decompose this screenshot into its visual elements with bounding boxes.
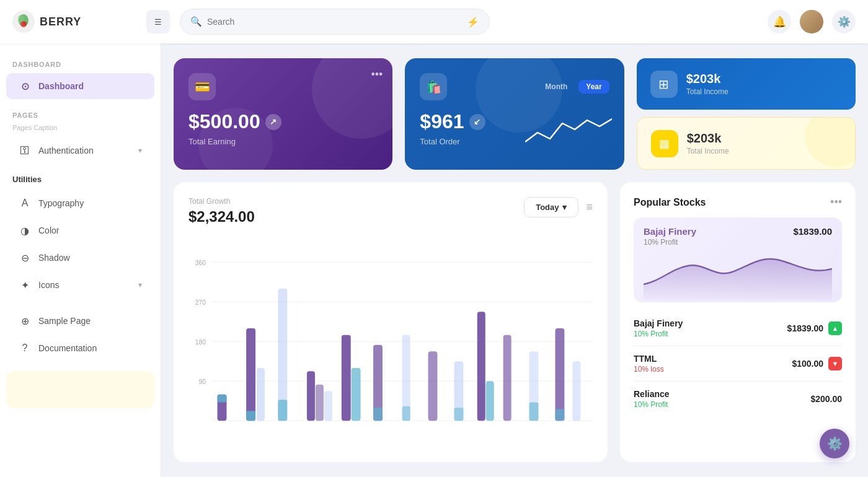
avatar[interactable] bbox=[800, 10, 823, 33]
svg-rect-34 bbox=[486, 381, 494, 421]
sidebar-item-authentication-label: Authentication bbox=[38, 146, 94, 155]
sidebar-item-documentation-label: Documentation bbox=[38, 343, 97, 353]
sidebar-pages-section: Pages bbox=[0, 104, 161, 123]
earning-card-menu[interactable]: ••• bbox=[371, 68, 383, 81]
income-blue-info: $203k Total Income bbox=[686, 72, 728, 96]
documentation-icon: ? bbox=[19, 342, 31, 354]
stock-reliance-profit: 10% Profit bbox=[634, 400, 670, 409]
icons-icon: ✦ bbox=[19, 279, 31, 291]
authentication-icon: ⚿ bbox=[19, 144, 31, 157]
svg-text:90: 90 bbox=[199, 377, 206, 385]
order-trend-icon: ↙ bbox=[469, 114, 485, 130]
settings-icon: ⚙️ bbox=[838, 15, 851, 28]
sidebar-item-shadow-label: Shadow bbox=[38, 253, 70, 263]
svg-rect-20 bbox=[278, 400, 287, 421]
stock-reliance-name: Reliance bbox=[634, 389, 670, 399]
sidebar-item-authentication[interactable]: ⚿ Authentication ▾ bbox=[6, 138, 154, 164]
stock-ttml-price: $100.00 bbox=[792, 359, 823, 369]
stock-ttml-right: $100.00 ▼ bbox=[792, 357, 842, 370]
svg-text:180: 180 bbox=[195, 338, 206, 346]
card-total-earning: 💳 ••• $500.00 ↗ Total Earning bbox=[174, 58, 392, 170]
sidebar-item-documentation[interactable]: ? Documentation bbox=[6, 335, 154, 361]
typography-icon: A bbox=[19, 197, 31, 209]
stock-row-bajaj: Bajaj Finery 10% Profit $1839.00 ▲ bbox=[634, 311, 842, 346]
chevron-down-icon: ▾ bbox=[562, 203, 567, 212]
settings-button[interactable]: ⚙️ bbox=[832, 10, 856, 33]
sidebar-item-dashboard[interactable]: ⊙ Dashboard bbox=[6, 73, 154, 99]
bell-icon: 🔔 bbox=[773, 15, 786, 28]
avatar-image bbox=[800, 10, 823, 33]
stock-reliance-info: Reliance 10% Profit bbox=[634, 389, 670, 409]
main-content: 💳 ••• $500.00 ↗ Total Earning 🛍️ Month bbox=[161, 43, 868, 477]
chart-menu-icon[interactable]: ≡ bbox=[586, 201, 593, 214]
svg-rect-24 bbox=[342, 335, 351, 421]
svg-rect-21 bbox=[307, 371, 315, 421]
month-toggle-button[interactable]: Month bbox=[538, 80, 575, 94]
stock-featured-top: Bajaj Finery $1839.00 bbox=[644, 226, 832, 237]
income-yellow-info: $203k Total Income bbox=[687, 131, 729, 155]
stock-bajaj-info: Bajaj Finery 10% Profit bbox=[634, 318, 683, 338]
bar-chart-container: 360 270 180 90 bbox=[188, 238, 593, 447]
stock-ttml-profit: 10% loss bbox=[634, 365, 664, 374]
menu-icon: ☰ bbox=[154, 17, 162, 27]
fab-button[interactable]: ⚙️ bbox=[820, 429, 849, 458]
sample-page-icon: ⊕ bbox=[19, 315, 31, 327]
sidebar-item-icons-label: Icons bbox=[38, 280, 59, 290]
stocks-title: Popular Stocks bbox=[634, 197, 706, 208]
sidebar-utilities-section: Utilities bbox=[0, 165, 161, 189]
svg-rect-17 bbox=[246, 411, 255, 421]
today-btn-label: Today bbox=[536, 203, 559, 212]
stock-bajaj-right: $1839.00 ▲ bbox=[787, 322, 842, 335]
sidebar-pages-caption: Pages Caption bbox=[0, 123, 161, 136]
dashboard-icon: ⊙ bbox=[19, 80, 31, 92]
stock-bajaj-name: Bajaj Finery bbox=[634, 318, 683, 328]
bajaj-trend-up-icon: ▲ bbox=[828, 322, 842, 335]
svg-rect-39 bbox=[555, 409, 564, 421]
chevron-down-icon: ▾ bbox=[138, 146, 142, 155]
menu-button[interactable]: ☰ bbox=[146, 10, 170, 33]
sidebar-item-color[interactable]: ◑ Color bbox=[6, 217, 154, 243]
search-bar: 🔍 ⚡ bbox=[180, 9, 490, 35]
sidebar-promo-card bbox=[6, 371, 154, 408]
stock-featured-price: $1839.00 bbox=[793, 226, 832, 237]
income-blue-label: Total Income bbox=[686, 87, 728, 96]
svg-rect-30 bbox=[428, 351, 438, 421]
stocks-menu-icon[interactable]: ••• bbox=[830, 196, 842, 209]
sidebar-item-icons[interactable]: ✦ Icons ▾ bbox=[6, 272, 154, 298]
stock-ttml-info: TTML 10% loss bbox=[634, 354, 664, 374]
card-income-blue: ⊞ $203k Total Income bbox=[637, 58, 856, 110]
earning-amount-value: $500.00 bbox=[188, 110, 260, 133]
notifications-button[interactable]: 🔔 bbox=[768, 10, 791, 33]
order-card-icon: 🛍️ bbox=[420, 73, 447, 100]
svg-rect-22 bbox=[316, 385, 324, 421]
order-amount-value: $961 bbox=[420, 110, 464, 133]
search-input[interactable] bbox=[207, 17, 462, 27]
sidebar-item-shadow[interactable]: ⊖ Shadow bbox=[6, 245, 154, 271]
sidebar: Dashboard ⊙ Dashboard Pages Pages Captio… bbox=[0, 43, 161, 477]
today-button[interactable]: Today ▾ bbox=[524, 197, 578, 217]
sidebar-item-color-label: Color bbox=[38, 225, 59, 235]
svg-rect-16 bbox=[246, 328, 255, 421]
sidebar-bottom-links: ⊕ Sample Page ? Documentation bbox=[0, 308, 161, 361]
fab-settings-icon: ⚙️ bbox=[827, 436, 843, 451]
sidebar-item-sample-page-label: Sample Page bbox=[38, 316, 91, 326]
chart-amount: $2,324.00 bbox=[188, 208, 255, 225]
wave-chart bbox=[525, 114, 612, 151]
stock-ttml-name: TTML bbox=[634, 354, 664, 364]
sidebar-item-sample-page[interactable]: ⊕ Sample Page bbox=[6, 308, 154, 334]
cards-right-col: ⊞ $203k Total Income ▦ $203k Total Incom… bbox=[637, 58, 856, 170]
month-year-toggle: Month Year bbox=[538, 80, 609, 94]
header-right: 🔔 ⚙️ bbox=[768, 10, 856, 33]
year-toggle-button[interactable]: Year bbox=[578, 80, 609, 94]
stock-reliance-right: $200.00 bbox=[810, 394, 842, 404]
icons-chevron-icon: ▾ bbox=[138, 281, 142, 289]
logo-icon bbox=[12, 11, 35, 33]
svg-rect-38 bbox=[555, 328, 564, 421]
bottom-row: Total Growth $2,324.00 Today ▾ ≡ bbox=[174, 182, 856, 462]
barcode-icon: ▦ bbox=[659, 137, 670, 151]
stocks-panel: Popular Stocks ••• Bajaj Finery $1839.00… bbox=[620, 182, 856, 462]
sidebar-item-typography[interactable]: A Typography bbox=[6, 190, 154, 216]
stock-reliance-price: $200.00 bbox=[810, 394, 842, 404]
filter-icon[interactable]: ⚡ bbox=[467, 16, 479, 28]
chart-header: Total Growth $2,324.00 Today ▾ ≡ bbox=[188, 197, 593, 225]
